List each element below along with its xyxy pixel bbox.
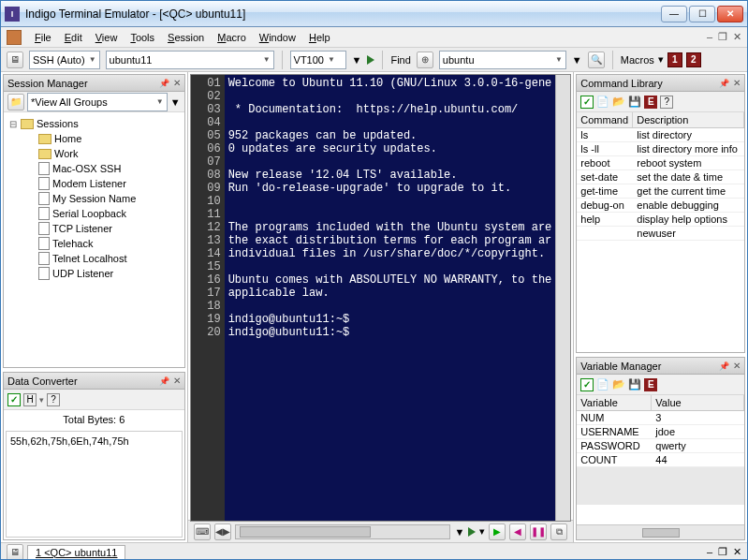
menu-window[interactable]: Window (254, 30, 301, 45)
record-start-icon[interactable]: ▶ (489, 523, 506, 540)
terminal[interactable]: 01 02 03 04 05 06 07 08 09 10 11 12 13 1… (190, 74, 572, 522)
menu-app-icon[interactable] (7, 30, 22, 45)
menu-file[interactable]: File (29, 30, 57, 45)
pin-icon[interactable]: 📌 (719, 79, 729, 88)
session-tree[interactable]: ⊟ Sessions Home Work Mac-OSX SSH Modem L… (4, 112, 184, 367)
edit-icon[interactable]: E (644, 96, 657, 109)
connection-type-dropdown[interactable]: SSH (Auto)▼ (29, 51, 100, 69)
tab-restore-icon[interactable]: ❐ (718, 546, 727, 558)
open-icon[interactable]: 📂 (612, 96, 625, 109)
col-description[interactable]: Description (633, 112, 744, 127)
session-filter-menu-icon[interactable]: ▼ (170, 96, 181, 108)
menu-tools[interactable]: Tools (125, 30, 160, 45)
panel-close-icon[interactable]: ✕ (173, 78, 181, 88)
save-icon[interactable]: 💾 (628, 378, 641, 391)
check-icon[interactable]: ✓ (580, 96, 594, 109)
hex-mode-button[interactable]: H (23, 393, 37, 406)
panel-close-icon[interactable]: ✕ (173, 376, 181, 386)
tree-item[interactable]: UDP Listener (7, 266, 181, 281)
tree-item[interactable]: Modem Listener (7, 176, 181, 191)
session-filter-icon[interactable]: 📁 (7, 94, 24, 111)
play-icon[interactable] (468, 527, 476, 537)
tree-item[interactable]: Telnet Localhost (7, 251, 181, 266)
keyboard-icon[interactable]: ⌨ (194, 523, 211, 540)
command-row[interactable]: lslist directory (577, 128, 744, 142)
command-row[interactable]: ls -lllist directory more info (577, 142, 744, 156)
menu-macro[interactable]: Macro (212, 30, 252, 45)
terminal-text[interactable]: Welcome to Ubuntu 11.10 (GNU/Linux 3.0.0… (225, 75, 556, 521)
scroll-menu-icon[interactable]: ▼ (454, 526, 464, 538)
variable-row[interactable]: NUM3 (577, 411, 744, 425)
variable-row[interactable]: USERNAMEjdoe (577, 425, 744, 439)
emulation-menu-icon[interactable]: ▼ (352, 54, 362, 66)
find-next-icon[interactable]: 🔍 (588, 52, 605, 68)
menu-session[interactable]: Session (162, 30, 210, 45)
variable-row[interactable]: PASSWORDqwerty (577, 439, 744, 453)
variable-hscrollbar[interactable] (577, 524, 744, 539)
edit-icon[interactable]: E (644, 378, 657, 391)
tab-list-icon[interactable]: 🖥 (7, 544, 23, 561)
hex-output[interactable]: 55h,62h,75h,6Eh,74h,75h (6, 431, 183, 538)
emulation-dropdown[interactable]: VT100▼ (290, 51, 346, 69)
tab-minimize-icon[interactable]: – (707, 546, 712, 558)
command-row[interactable]: set-dateset the date & time (577, 170, 744, 184)
variable-row[interactable]: COUNT44 (577, 453, 744, 467)
new-icon[interactable]: 📄 (596, 96, 609, 109)
pause-icon[interactable]: ❚❚ (530, 523, 547, 540)
tree-item[interactable]: Serial Loopback (7, 206, 181, 221)
variable-grid[interactable]: VariableValue NUM3USERNAMEjdoePASSWORDqw… (577, 395, 744, 524)
help-icon[interactable]: ? (47, 393, 60, 406)
open-icon[interactable]: 📂 (612, 378, 625, 391)
tree-item[interactable]: TCP Listener (7, 221, 181, 236)
macro-2-button[interactable]: 2 (686, 52, 701, 67)
panel-close-icon[interactable]: ✕ (733, 78, 741, 88)
terminal-hscrollbar[interactable] (235, 524, 451, 539)
tree-item[interactable]: Telehack (7, 236, 181, 251)
pin-icon[interactable]: 📌 (159, 376, 169, 386)
left-right-icon[interactable]: ◀▶ (214, 523, 231, 540)
help-icon[interactable]: ? (660, 96, 673, 109)
check-icon[interactable]: ✓ (580, 378, 594, 391)
tab-close-icon[interactable]: ✕ (733, 546, 741, 558)
pin-icon[interactable]: 📌 (719, 361, 729, 371)
new-icon[interactable]: 📄 (596, 378, 609, 391)
menu-edit[interactable]: Edit (59, 30, 88, 45)
find-menu-icon[interactable]: ▼ (572, 54, 582, 66)
tree-item[interactable]: Mac-OSX SSH (7, 161, 181, 176)
settings-icon[interactable]: ⧉ (550, 523, 567, 540)
terminal-vscrollbar[interactable] (555, 75, 570, 521)
close-button[interactable]: ✕ (717, 6, 743, 22)
session-tab[interactable]: 1 <QC> ubuntu11 (27, 545, 125, 560)
menu-help[interactable]: Help (303, 30, 336, 45)
command-row[interactable]: rebootreboot system (577, 156, 744, 170)
col-command[interactable]: Command (577, 112, 633, 127)
mdi-minimize-icon[interactable]: – (707, 31, 712, 43)
save-icon[interactable]: 💾 (628, 96, 641, 109)
command-row[interactable]: helpdisplay help options (577, 213, 744, 227)
session-filter-dropdown[interactable]: *View All Groups▼ (27, 93, 168, 111)
tree-item[interactable]: My Session Name (7, 191, 181, 206)
col-value[interactable]: Value (652, 395, 744, 410)
mdi-close-icon[interactable]: ✕ (733, 31, 741, 43)
host-dropdown[interactable]: ubuntu11▼ (106, 51, 274, 69)
col-variable[interactable]: Variable (577, 395, 652, 410)
command-row[interactable]: debug-onenable debugging (577, 199, 744, 213)
macros-menu-icon[interactable]: ▾ (658, 53, 664, 66)
macro-1-button[interactable]: 1 (667, 52, 682, 67)
mdi-restore-icon[interactable]: ❐ (718, 31, 727, 43)
check-icon[interactable]: ✓ (7, 393, 21, 406)
command-grid[interactable]: CommandDescription lslist directoryls -l… (577, 112, 744, 352)
play-menu-icon[interactable]: ▾ (479, 525, 485, 538)
command-row[interactable]: newuser (577, 227, 744, 241)
connect-icon[interactable]: 🖥 (7, 52, 23, 68)
run-button[interactable] (367, 55, 374, 65)
command-row[interactable]: get-timeget the current time (577, 184, 744, 199)
minimize-button[interactable]: — (661, 6, 687, 22)
find-input[interactable]: ubuntu▼ (439, 51, 566, 69)
pin-icon[interactable]: 📌 (159, 79, 169, 88)
record-marker-icon[interactable]: ◀ (509, 523, 526, 540)
panel-close-icon[interactable]: ✕ (733, 361, 741, 371)
find-target-icon[interactable]: ⊕ (417, 52, 433, 68)
menu-view[interactable]: View (90, 30, 124, 45)
maximize-button[interactable]: ☐ (689, 6, 715, 22)
